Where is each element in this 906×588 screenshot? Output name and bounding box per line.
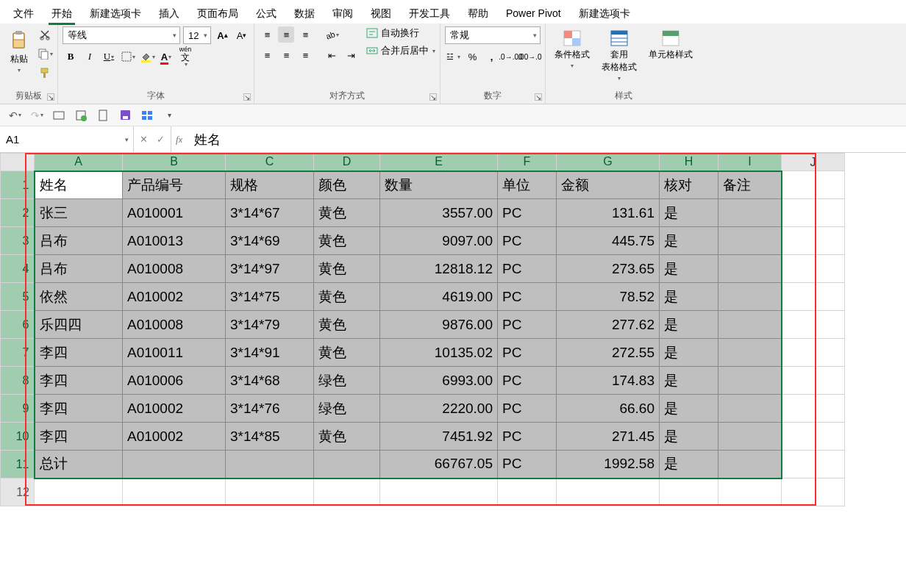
name-box[interactable]: A1: [0, 126, 134, 152]
cell-A7[interactable]: 李四: [35, 339, 123, 367]
row-head-10[interactable]: 10: [1, 423, 35, 451]
col-head-D[interactable]: D: [314, 154, 380, 171]
cell-D11[interactable]: [314, 451, 380, 478]
cell-I1[interactable]: 备注: [718, 171, 782, 199]
accounting-format-button[interactable]: ☳: [445, 49, 461, 65]
cell-B3[interactable]: A010013: [123, 227, 226, 255]
font-launcher[interactable]: ↘: [243, 93, 251, 101]
col-head-F[interactable]: F: [498, 154, 557, 171]
cell-I6[interactable]: [718, 311, 782, 339]
underline-button[interactable]: U: [101, 49, 117, 65]
bold-button[interactable]: B: [63, 49, 79, 65]
cell-B11[interactable]: [123, 451, 226, 478]
row-head-3[interactable]: 3: [1, 227, 35, 255]
cell-B5[interactable]: A010002: [123, 283, 226, 311]
font-color-button[interactable]: A: [158, 49, 174, 65]
save-button[interactable]: [116, 107, 134, 123]
worksheet-grid[interactable]: ABCDEFGHIJ1姓名产品编号规格颜色数量单位金额核对备注2张三A01000…: [0, 153, 906, 585]
formula-input[interactable]: 姓名: [187, 126, 906, 152]
cell-E8[interactable]: 6993.00: [380, 367, 498, 395]
ribbon-tab-3[interactable]: 插入: [150, 3, 188, 24]
cell-C10[interactable]: 3*14*85: [226, 423, 314, 451]
cell-A11[interactable]: 总计: [35, 451, 123, 478]
cell-A3[interactable]: 吕布: [35, 227, 123, 255]
phonetic-button[interactable]: wén文: [177, 49, 193, 65]
format-painter-button[interactable]: [37, 65, 53, 81]
cell-H1[interactable]: 核对: [660, 171, 718, 199]
cell-styles-button[interactable]: 单元格样式: [644, 26, 697, 64]
cell-A5[interactable]: 依然: [35, 283, 123, 311]
cell-G8[interactable]: 174.83: [557, 367, 660, 395]
italic-button[interactable]: I: [82, 49, 98, 65]
orientation-button[interactable]: ab: [324, 26, 340, 43]
align-middle-button[interactable]: ≡: [278, 26, 294, 43]
decrease-decimal-button[interactable]: .00→.0: [521, 49, 538, 65]
ribbon-tab-5[interactable]: 公式: [247, 3, 285, 24]
cell-C11[interactable]: [226, 451, 314, 478]
cell-D9[interactable]: 绿色: [314, 395, 380, 423]
cell-G6[interactable]: 277.62: [557, 311, 660, 339]
col-head-G[interactable]: G: [557, 154, 660, 171]
cell-H5[interactable]: 是: [660, 283, 718, 311]
cell-E9[interactable]: 2220.00: [380, 395, 498, 423]
cell-B10[interactable]: A010002: [123, 423, 226, 451]
select-all-corner[interactable]: [1, 154, 35, 171]
align-center-button[interactable]: ≡: [278, 47, 294, 63]
col-head-H[interactable]: H: [660, 154, 718, 171]
fx-icon[interactable]: fx: [171, 126, 187, 152]
qat-btn-4[interactable]: [138, 107, 156, 123]
cell-A2[interactable]: 张三: [35, 199, 123, 227]
ribbon-tab-12[interactable]: 新建选项卡: [570, 3, 639, 24]
cell-F3[interactable]: PC: [498, 227, 557, 255]
cell-C5[interactable]: 3*14*75: [226, 283, 314, 311]
align-bottom-button[interactable]: ≡: [297, 26, 313, 43]
cell-D5[interactable]: 黄色: [314, 283, 380, 311]
cell-F2[interactable]: PC: [498, 199, 557, 227]
cell-C6[interactable]: 3*14*79: [226, 311, 314, 339]
cell-I5[interactable]: [718, 283, 782, 311]
cell-A9[interactable]: 李四: [35, 395, 123, 423]
cell-D4[interactable]: 黄色: [314, 255, 380, 283]
cell-B2[interactable]: A010001: [123, 199, 226, 227]
format-as-table-button[interactable]: 套用 表格格式▾: [597, 26, 641, 85]
cell-J6[interactable]: [782, 311, 845, 339]
cell-G7[interactable]: 272.55: [557, 339, 660, 367]
cell-C2[interactable]: 3*14*67: [226, 199, 314, 227]
row-head-1[interactable]: 1: [1, 171, 35, 199]
ribbon-tab-9[interactable]: 开发工具: [400, 3, 459, 24]
col-head-B[interactable]: B: [123, 154, 226, 171]
cell-B8[interactable]: A010006: [123, 367, 226, 395]
row-head-12[interactable]: 12: [1, 478, 35, 506]
row-head-11[interactable]: 11: [1, 451, 35, 478]
comma-button[interactable]: ,: [483, 49, 499, 65]
font-size-select[interactable]: 12: [183, 26, 211, 44]
increase-decimal-button[interactable]: .0→.00: [502, 49, 518, 65]
ribbon-tab-7[interactable]: 审阅: [324, 3, 362, 24]
cell-H3[interactable]: 是: [660, 227, 718, 255]
cell-E2[interactable]: 3557.00: [380, 199, 498, 227]
decrease-font-button[interactable]: A▾: [233, 27, 249, 43]
cell-F8[interactable]: PC: [498, 367, 557, 395]
cell-G11[interactable]: 1992.58: [557, 451, 660, 478]
cell-F10[interactable]: PC: [498, 423, 557, 451]
cell-I9[interactable]: [718, 395, 782, 423]
col-head-A[interactable]: A: [35, 154, 123, 171]
cell-F1[interactable]: 单位: [498, 171, 557, 199]
cell-J3[interactable]: [782, 227, 845, 255]
cell-F11[interactable]: PC: [498, 451, 557, 478]
ribbon-tab-0[interactable]: 文件: [4, 3, 43, 24]
cell-C4[interactable]: 3*14*97: [226, 255, 314, 283]
clipboard-launcher[interactable]: ↘: [47, 93, 54, 101]
undo-button[interactable]: ↶: [6, 107, 24, 123]
row-head-8[interactable]: 8: [1, 367, 35, 395]
cell-I3[interactable]: [718, 227, 782, 255]
col-head-C[interactable]: C: [226, 154, 314, 171]
increase-indent-button[interactable]: ⇥: [343, 47, 359, 63]
row-head-5[interactable]: 5: [1, 283, 35, 311]
align-left-button[interactable]: ≡: [259, 47, 275, 63]
fill-color-button[interactable]: [139, 49, 155, 65]
number-format-select[interactable]: 常规: [445, 26, 541, 44]
cell-E5[interactable]: 4619.00: [380, 283, 498, 311]
qat-customize[interactable]: ▾: [160, 107, 178, 123]
cell-I2[interactable]: [718, 199, 782, 227]
